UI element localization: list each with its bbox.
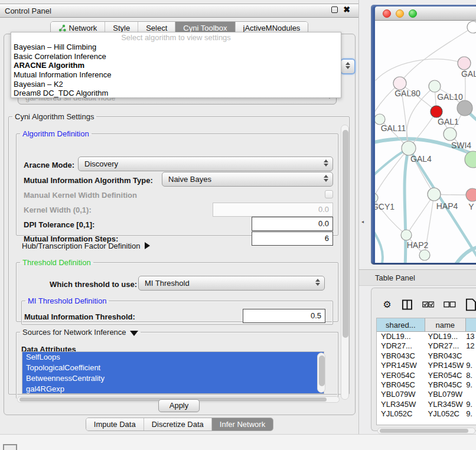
table-cell: 8. bbox=[466, 371, 476, 380]
sources-title[interactable]: Sources for Network Inference bbox=[20, 328, 141, 337]
mi-steps-input[interactable]: 6 bbox=[252, 231, 333, 246]
column-header-shared-name[interactable]: shared... bbox=[377, 318, 425, 331]
threshold-definition-title: Threshold Definition bbox=[20, 258, 93, 267]
control-panel-titlebar: Control Panel ✖ bbox=[0, 4, 358, 18]
table-horizontal-scrollbar[interactable] bbox=[377, 428, 475, 434]
column-header-name[interactable]: name bbox=[425, 318, 467, 331]
mi-threshold-input[interactable]: 0.5 bbox=[243, 309, 325, 323]
select-all-checkboxes-icon[interactable] bbox=[422, 301, 435, 308]
split-pane-divider-handle[interactable]: ◂ bbox=[361, 219, 364, 224]
mi-algorithm-type-combo[interactable]: Naive Bayes bbox=[162, 172, 333, 187]
table-cell: YJL052C bbox=[377, 409, 425, 419]
export-table-icon[interactable] bbox=[465, 298, 476, 311]
network-node[interactable] bbox=[467, 21, 476, 33]
network-edge[interactable] bbox=[406, 194, 434, 235]
float-panel-icon[interactable] bbox=[331, 6, 338, 13]
which-threshold-combo[interactable]: MI Threshold bbox=[138, 276, 325, 291]
network-window-titlebar[interactable] bbox=[375, 6, 476, 21]
tab-impute-data[interactable]: Impute Data bbox=[86, 418, 144, 431]
tab-discretize-data[interactable]: Discretize Data bbox=[144, 418, 211, 431]
table-body: YDL19...YDL19...13YDR27...YDR27...12YBR0… bbox=[377, 332, 476, 419]
network-icon bbox=[58, 24, 66, 32]
deselect-checkboxes-icon[interactable] bbox=[444, 301, 456, 308]
table-cell: YDL19... bbox=[425, 332, 467, 341]
column-view-icon[interactable] bbox=[402, 299, 413, 311]
table-row[interactable]: YBR045CYBR045C9. bbox=[377, 380, 476, 390]
node-label: GCY1 bbox=[375, 202, 395, 211]
table-cell: YBR043C bbox=[377, 351, 425, 361]
data-attribute-item[interactable]: gal4RGexp bbox=[22, 384, 324, 394]
attributes-list-scrollbar[interactable] bbox=[317, 353, 325, 393]
table-row[interactable]: YLR345WYLR345W9. bbox=[377, 400, 476, 409]
table-row[interactable]: YPR145WYPR145W9. bbox=[377, 361, 476, 370]
table-cell: YBL079W bbox=[425, 390, 467, 399]
network-node[interactable] bbox=[458, 57, 471, 70]
data-attribute-item[interactable]: TopologicalCoefficient bbox=[22, 363, 324, 373]
network-node[interactable] bbox=[431, 106, 442, 118]
network-node[interactable] bbox=[402, 141, 416, 155]
table-row[interactable]: YDR27...YDR27...12 bbox=[377, 341, 476, 351]
table-row[interactable]: YER054CYER054C8. bbox=[377, 371, 476, 380]
algorithm-dropdown-item[interactable]: ARACNE Algorithm bbox=[11, 61, 341, 70]
network-node[interactable] bbox=[457, 100, 472, 116]
algorithm-dropdown-item[interactable]: Dream8 DC_TDC Algorithm bbox=[11, 89, 341, 98]
mi-algorithm-type-value: Naive Bayes bbox=[168, 175, 211, 184]
data-attributes-list[interactable]: SelfLoopsTopologicalCoefficientBetweenne… bbox=[22, 351, 324, 394]
table-cell: 9. bbox=[466, 361, 476, 370]
combo-stepper-icon bbox=[323, 159, 328, 167]
settings-gear-icon[interactable]: ⚙ bbox=[382, 299, 392, 310]
network-node[interactable] bbox=[466, 188, 476, 201]
algorithm-dropdown-item[interactable]: Bayesian – K2 bbox=[11, 80, 341, 89]
algorithm-dropdown-item[interactable]: Basic Correlation Inference bbox=[11, 52, 341, 61]
table-row[interactable]: YBR043CYBR043C bbox=[377, 351, 476, 361]
network-node[interactable] bbox=[465, 151, 476, 168]
table-row[interactable]: YDL19...YDL19...13 bbox=[377, 332, 476, 341]
kernel-width-label: Kernel Width (0,1): bbox=[24, 206, 92, 214]
network-edge[interactable] bbox=[455, 247, 476, 263]
minimized-window-icon[interactable] bbox=[3, 444, 17, 450]
hub-transcription-section[interactable]: Hub/Transcription Factor Definition bbox=[22, 242, 150, 250]
network-edge[interactable] bbox=[375, 220, 383, 263]
table-header-row: shared... name bbox=[377, 318, 476, 332]
node-label: GAL10 bbox=[437, 92, 463, 102]
network-node[interactable] bbox=[375, 193, 378, 203]
mi-algorithm-type-label: Mutual Information Algorithm Type: bbox=[24, 176, 153, 185]
network-node[interactable] bbox=[428, 188, 441, 201]
data-attribute-item[interactable]: BetweennessCentrality bbox=[22, 373, 324, 384]
tab-style-label: Style bbox=[113, 24, 130, 32]
network-canvas[interactable]: GALGAL80GAL10GAL1GAL11SWI4GAL4GCY1HAP4YH… bbox=[375, 21, 476, 263]
data-attribute-item[interactable]: SelfLoops bbox=[22, 352, 324, 363]
aracne-mode-combo[interactable]: Discovery bbox=[78, 156, 333, 171]
network-node[interactable] bbox=[444, 128, 457, 141]
apply-button[interactable]: Apply bbox=[158, 399, 200, 412]
dpi-tolerance-input[interactable]: 0.0 bbox=[252, 217, 333, 231]
manual-kernel-width-checkbox[interactable] bbox=[325, 190, 333, 198]
table-row[interactable]: YJL052CYJL052C9. bbox=[377, 409, 476, 419]
network-node[interactable] bbox=[419, 250, 430, 260]
table-cell: 9. bbox=[466, 380, 476, 390]
network-node[interactable] bbox=[393, 77, 406, 90]
node-label: HAP4 bbox=[436, 201, 458, 211]
settings-scrollbar[interactable] bbox=[341, 125, 349, 400]
column-header-partial[interactable] bbox=[466, 318, 476, 331]
table-row[interactable]: YBL079WYBL079W bbox=[377, 390, 476, 399]
kernel-width-input[interactable]: 0.0 bbox=[213, 203, 333, 217]
close-panel-icon[interactable]: ✖ bbox=[343, 6, 350, 13]
window-minimize-icon[interactable] bbox=[396, 9, 404, 18]
network-graph: GALGAL80GAL10GAL1GAL11SWI4GAL4GCY1HAP4YH… bbox=[375, 21, 476, 263]
tab-infer-network-label: Infer Network bbox=[220, 420, 265, 429]
combo-stepper-icon bbox=[323, 175, 328, 182]
control-panel-title: Control Panel bbox=[5, 6, 51, 15]
algorithm-dropdown-placeholder: Select algorithm to view settings bbox=[11, 32, 341, 43]
window-close-icon[interactable] bbox=[383, 9, 391, 18]
table-toolbar: ⚙ bbox=[376, 295, 476, 314]
network-node[interactable] bbox=[401, 230, 412, 240]
algorithm-dropdown-item[interactable]: Bayesian – Hill Climbing bbox=[11, 43, 341, 52]
network-node[interactable] bbox=[429, 80, 441, 92]
window-zoom-icon[interactable] bbox=[409, 9, 417, 18]
tab-infer-network[interactable]: Infer Network bbox=[211, 418, 273, 431]
network-edge[interactable] bbox=[376, 59, 464, 80]
table-cell: 9. bbox=[466, 409, 476, 419]
inference-algorithm-combo-partial[interactable] bbox=[340, 58, 356, 74]
algorithm-dropdown-item[interactable]: Mutual Information Inference bbox=[11, 70, 341, 80]
